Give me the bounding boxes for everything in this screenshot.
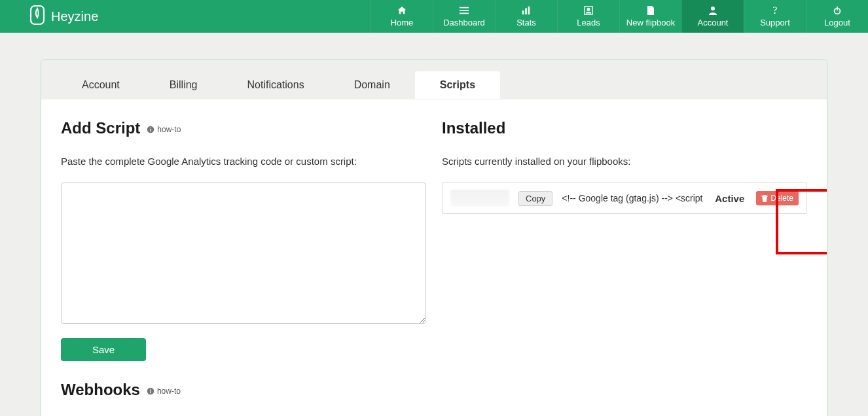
nav-home[interactable]: Home xyxy=(371,0,433,33)
svg-rect-5 xyxy=(525,9,527,15)
nav-newflipbook[interactable]: New flipbook xyxy=(619,0,681,33)
script-id-blurred xyxy=(450,190,509,207)
add-script-hint: Paste the complete Google Analytics trac… xyxy=(61,156,426,167)
home-icon xyxy=(397,5,407,16)
nav-stats[interactable]: Stats xyxy=(495,0,557,33)
brand[interactable]: Heyzine xyxy=(0,0,106,33)
svg-rect-3 xyxy=(460,13,469,14)
nav-account[interactable]: Account xyxy=(681,0,744,33)
installed-hint: Scripts currently installed on your flip… xyxy=(442,156,807,167)
add-script-heading: Add Script i how-to xyxy=(61,119,426,137)
brand-name: Heyzine xyxy=(51,9,98,24)
nav-stats-label: Stats xyxy=(516,18,536,27)
user-icon xyxy=(709,5,717,16)
svg-rect-6 xyxy=(528,7,530,14)
webhooks-heading: Webhooks i how-to xyxy=(61,381,807,399)
nav-support-label: Support xyxy=(760,18,790,27)
add-script-column: Add Script i how-to Paste the complete G… xyxy=(61,119,426,361)
nav-dashboard[interactable]: Dashboard xyxy=(433,0,495,33)
nav-support[interactable]: Support xyxy=(744,0,806,33)
page-body: Account Billing Notifications Domain Scr… xyxy=(0,33,868,416)
nav-dashboard-label: Dashboard xyxy=(443,18,485,27)
info-icon: i xyxy=(147,387,154,395)
power-icon xyxy=(833,5,842,16)
top-nav: Heyzine Home Dashboard Stats Leads New f… xyxy=(0,0,868,33)
svg-point-10 xyxy=(774,12,775,14)
tab-notifications[interactable]: Notifications xyxy=(223,71,329,99)
settings-card: Account Billing Notifications Domain Scr… xyxy=(41,59,827,416)
stats-icon xyxy=(522,5,531,16)
webhooks-howto[interactable]: i how-to xyxy=(147,387,181,396)
file-icon xyxy=(647,5,655,16)
svg-rect-1 xyxy=(460,7,469,9)
delete-label: Delete xyxy=(770,194,793,203)
save-button[interactable]: Save xyxy=(61,338,146,361)
script-status: Active xyxy=(712,193,747,204)
add-script-title: Add Script xyxy=(61,119,140,137)
question-icon xyxy=(772,5,778,16)
tab-billing[interactable]: Billing xyxy=(145,71,223,99)
add-script-howto-label: how-to xyxy=(157,125,181,134)
svg-rect-4 xyxy=(522,10,524,14)
svg-rect-2 xyxy=(460,10,469,11)
nav-home-label: Home xyxy=(391,18,414,27)
add-script-howto[interactable]: i how-to xyxy=(147,125,181,134)
svg-point-8 xyxy=(587,8,590,10)
installed-heading: Installed xyxy=(442,119,807,137)
webhooks-title: Webhooks xyxy=(61,381,140,399)
tab-domain[interactable]: Domain xyxy=(329,71,415,99)
tab-scripts[interactable]: Scripts xyxy=(415,71,500,99)
scripts-content: Add Script i how-to Paste the complete G… xyxy=(41,99,827,381)
copy-button[interactable]: Copy xyxy=(518,191,552,206)
script-textarea[interactable] xyxy=(61,182,426,324)
nav-logout[interactable]: Logout xyxy=(806,0,868,33)
webhooks-section: Webhooks i how-to xyxy=(41,381,827,416)
tab-account[interactable]: Account xyxy=(57,71,145,99)
installed-script-row: Copy <!-- Google tag (gtag.js) --> <scri… xyxy=(442,182,807,214)
contact-icon xyxy=(584,5,593,16)
nav-leads-label: Leads xyxy=(577,18,600,27)
svg-point-9 xyxy=(711,7,715,10)
trash-icon xyxy=(761,195,768,202)
nav-newflipbook-label: New flipbook xyxy=(626,18,675,27)
nav-logout-label: Logout xyxy=(824,18,850,27)
installed-column: Installed Scripts currently installed on… xyxy=(442,119,807,361)
nav-account-label: Account xyxy=(698,18,729,27)
script-snippet: <!-- Google tag (gtag.js) --> <script as… xyxy=(562,193,703,203)
info-icon: i xyxy=(147,126,154,133)
delete-button[interactable]: Delete xyxy=(756,191,799,205)
list-icon xyxy=(460,5,469,16)
logo-icon xyxy=(29,5,46,28)
nav-leads[interactable]: Leads xyxy=(557,0,619,33)
settings-tabs: Account Billing Notifications Domain Scr… xyxy=(41,60,827,99)
installed-title: Installed xyxy=(442,119,505,137)
webhooks-howto-label: how-to xyxy=(157,387,181,396)
